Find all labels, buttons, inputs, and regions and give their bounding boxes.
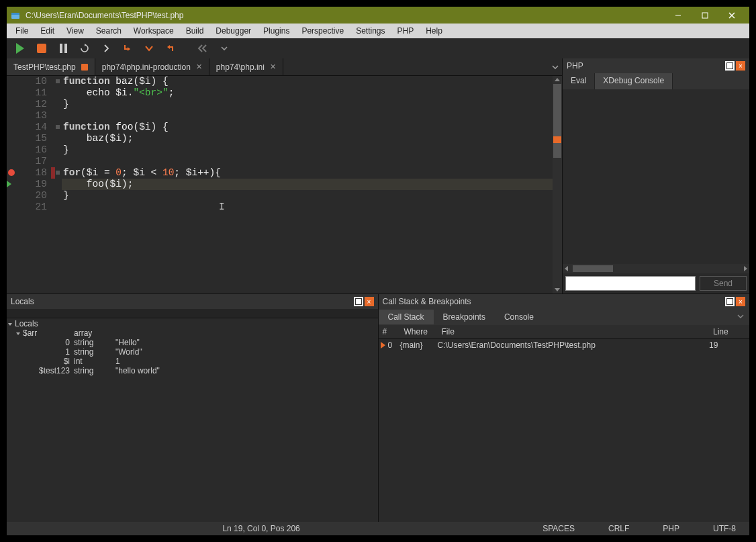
dropdown-button[interactable] [215,40,234,57]
php-tab-xdebug[interactable]: XDebug Console [595,73,673,89]
maximize-button[interactable] [692,7,718,24]
tabs-overflow-button[interactable] [732,312,749,322]
line-number: 17 [36,156,47,167]
editor-scrollbar[interactable] [553,76,562,293]
callstack-panel: Call Stack & Breakpoints × Call Stack Br… [379,294,750,522]
chevron-down-icon [220,44,228,52]
tab-console[interactable]: Console [495,310,543,324]
tab-callstack[interactable]: Call Stack [379,310,434,324]
pause-button[interactable] [54,40,73,57]
panel-close-button[interactable]: × [736,297,745,306]
tab-phpini[interactable]: php74\php.ini ✕ [209,58,283,75]
menu-debugger[interactable]: Debugger [209,25,257,37]
scroll-right-icon[interactable] [744,266,747,271]
run-button[interactable] [11,40,30,57]
menu-edit[interactable]: Edit [34,25,60,37]
panel-title-label: PHP [567,61,583,71]
line-number: 20 [36,190,47,201]
scroll-left-icon[interactable] [565,266,568,271]
var-type: array [74,328,115,338]
locals-panel: Locals × Locals $arrarray 0string"Hello"… [7,294,379,522]
locals-tree[interactable]: Locals $arrarray 0string"Hello" 1string"… [7,318,378,522]
step-over-icon [101,43,111,54]
php-tabs: Eval XDebug Console [563,73,749,89]
step-out-icon [164,42,177,54]
play-icon [16,43,24,54]
panel-restore-button[interactable] [354,297,363,306]
php-tab-eval[interactable]: Eval [563,73,595,89]
minimize-button[interactable] [665,7,692,24]
status-eol[interactable]: CRLF [608,524,629,533]
breakpoint-icon[interactable] [8,169,15,176]
tab-phpini-production[interactable]: php74\php.ini-production ✕ [95,58,209,75]
status-encoding[interactable]: UTF-8 [713,524,736,533]
step-over-button[interactable] [97,40,115,57]
status-lang[interactable]: PHP [663,524,679,533]
menu-build[interactable]: Build [180,25,210,37]
menu-php[interactable]: PHP [391,25,420,37]
scroll-up-icon[interactable] [555,78,560,81]
svg-rect-3 [702,13,708,18]
var-type: string [74,347,115,357]
php-console-output[interactable] [563,89,749,264]
editor-tabs: TestPHP\test.php php74\php.ini-productio… [7,58,562,76]
var-value: "World" [115,347,378,357]
menu-settings[interactable]: Settings [350,25,391,37]
tabs-overflow-button[interactable] [549,58,562,75]
scroll-thumb[interactable] [553,84,561,158]
var-type: string [74,366,115,375]
toolbar [7,38,749,58]
stack-tabs: Call Stack Breakpoints Console [379,309,750,325]
menu-perspective[interactable]: Perspective [295,25,350,37]
titlebar[interactable]: C:\Users\Eran\Documents\TestPHP\test.php [7,7,749,24]
col-number: # [379,325,400,338]
restart-button[interactable] [75,40,94,57]
menu-view[interactable]: View [60,25,90,37]
code-editor[interactable]: 10 11 12 13 14 15 16 17 18 19 20 21 [7,76,562,293]
line-number: 14 [36,122,47,132]
menu-workspace[interactable]: Workspace [128,25,180,37]
chevron-down-icon [144,43,154,54]
scroll-down-icon[interactable] [555,288,560,291]
close-button[interactable] [718,7,745,24]
step-into-icon [122,42,134,54]
php-command-input[interactable] [565,276,696,291]
tab-testphp[interactable]: TestPHP\test.php [7,58,95,75]
status-position[interactable]: Ln 19, Col 0, Pos 206 [222,524,299,533]
tab-breakpoints[interactable]: Breakpoints [434,310,495,324]
line-gutter[interactable]: 10 11 12 13 14 15 16 17 18 19 20 21 [7,76,51,293]
step-out-button[interactable] [161,40,180,57]
panel-close-button[interactable]: × [736,61,745,71]
locals-header[interactable] [7,309,378,318]
panel-restore-button[interactable] [725,297,735,306]
php-panel-title: PHP × [563,58,749,73]
step-into-button[interactable] [118,40,137,57]
tree-expand-icon[interactable] [16,332,20,335]
stop-icon [37,44,46,53]
tree-expand-icon[interactable] [8,323,12,326]
scroll-thumb[interactable] [573,265,613,272]
send-button[interactable]: Send [700,276,747,291]
line-number: 10 [36,76,47,87]
code-area[interactable]: function baz($i) { echo $i."<br>"; } fun… [62,76,553,293]
tab-close-icon[interactable]: ✕ [196,62,202,71]
tab-close-icon[interactable]: ✕ [270,62,276,71]
panel-restore-button[interactable] [725,61,735,71]
var-name: $i [7,357,74,366]
back-button[interactable] [193,40,212,57]
chevron-down-icon [737,313,744,320]
callstack-row[interactable]: 0 {main} C:\Users\Eran\Documents\TestPHP… [379,338,750,352]
restart-icon [79,43,90,54]
menu-plugins[interactable]: Plugins [257,25,295,37]
menu-search[interactable]: Search [90,25,128,37]
panel-title-label: Call Stack & Breakpoints [383,297,471,306]
php-hscrollbar[interactable] [563,264,749,273]
menu-help[interactable]: Help [420,25,448,37]
menu-file[interactable]: File [9,25,34,37]
step-down-button[interactable] [140,40,158,57]
double-chevron-left-icon [197,43,209,54]
status-indent[interactable]: SPACES [542,524,575,533]
scroll-mark [553,136,561,143]
stop-button[interactable] [32,40,51,57]
panel-close-button[interactable]: × [365,297,374,306]
